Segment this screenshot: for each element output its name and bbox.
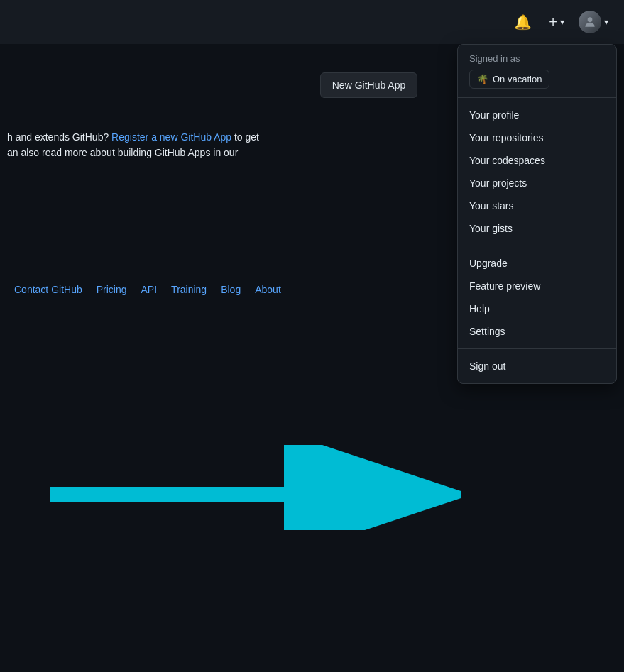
avatar bbox=[579, 11, 601, 33]
settings-section: Upgrade Feature preview Help Settings bbox=[458, 246, 616, 349]
navbar: 🔔 + ▾ ▾ bbox=[0, 0, 624, 44]
vacation-badge-button[interactable]: 🌴 On vacation bbox=[469, 70, 549, 89]
your-codespaces-item[interactable]: Your codespaces bbox=[458, 149, 616, 172]
description-text: h and extends GitHub? Register a new Git… bbox=[0, 129, 259, 161]
footer-links: Contact GitHub Pricing API Training Blog… bbox=[7, 284, 281, 295]
arrow-annotation bbox=[35, 445, 461, 530]
register-app-link[interactable]: Register a new GitHub App bbox=[111, 131, 231, 143]
feature-preview-item[interactable]: Feature preview bbox=[458, 275, 616, 297]
footer-pricing-link[interactable]: Pricing bbox=[97, 284, 127, 295]
your-projects-item[interactable]: Your projects bbox=[458, 172, 616, 194]
new-github-app-button[interactable]: New GitHub App bbox=[320, 72, 418, 98]
notification-button[interactable]: 🔔 bbox=[510, 11, 536, 33]
desc-line1-after: to get bbox=[234, 131, 259, 143]
bell-icon: 🔔 bbox=[514, 13, 532, 31]
vacation-icon: 🌴 bbox=[477, 74, 488, 84]
help-item[interactable]: Help bbox=[458, 297, 616, 320]
footer-about-link[interactable]: About bbox=[255, 284, 281, 295]
footer-blog-link[interactable]: Blog bbox=[221, 284, 241, 295]
your-repositories-item[interactable]: Your repositories bbox=[458, 126, 616, 149]
desc-line1-before: h and extends GitHub? bbox=[7, 131, 109, 143]
avatar-button[interactable]: ▾ bbox=[577, 9, 610, 35]
your-profile-item[interactable]: Your profile bbox=[458, 104, 616, 126]
settings-item[interactable]: Settings bbox=[458, 320, 616, 343]
profile-section: Your profile Your repositories Your code… bbox=[458, 98, 616, 246]
create-new-button[interactable]: + ▾ bbox=[544, 11, 569, 33]
footer-api-link[interactable]: API bbox=[141, 284, 158, 295]
footer-contact-link[interactable]: Contact GitHub bbox=[14, 284, 82, 295]
upgrade-item[interactable]: Upgrade bbox=[458, 252, 616, 275]
vacation-label: On vacation bbox=[493, 74, 542, 84]
chevron-down-icon: ▾ bbox=[560, 17, 564, 27]
your-gists-item[interactable]: Your gists bbox=[458, 217, 616, 240]
plus-icon: + bbox=[549, 14, 557, 31]
svg-point-0 bbox=[588, 17, 593, 22]
sign-out-button[interactable]: Sign out bbox=[458, 355, 616, 378]
avatar-chevron-icon: ▾ bbox=[604, 17, 608, 27]
dropdown-header: Signed in as 🌴 On vacation bbox=[458, 45, 616, 98]
desc-line2: an also read more about building GitHub … bbox=[7, 147, 238, 158]
your-stars-item[interactable]: Your stars bbox=[458, 194, 616, 217]
sign-out-section: Sign out bbox=[458, 349, 616, 383]
divider bbox=[0, 270, 411, 270]
footer-training-link[interactable]: Training bbox=[171, 284, 207, 295]
signed-in-label: Signed in as bbox=[469, 53, 605, 64]
dropdown-menu: Signed in as 🌴 On vacation Your profile … bbox=[457, 44, 617, 384]
